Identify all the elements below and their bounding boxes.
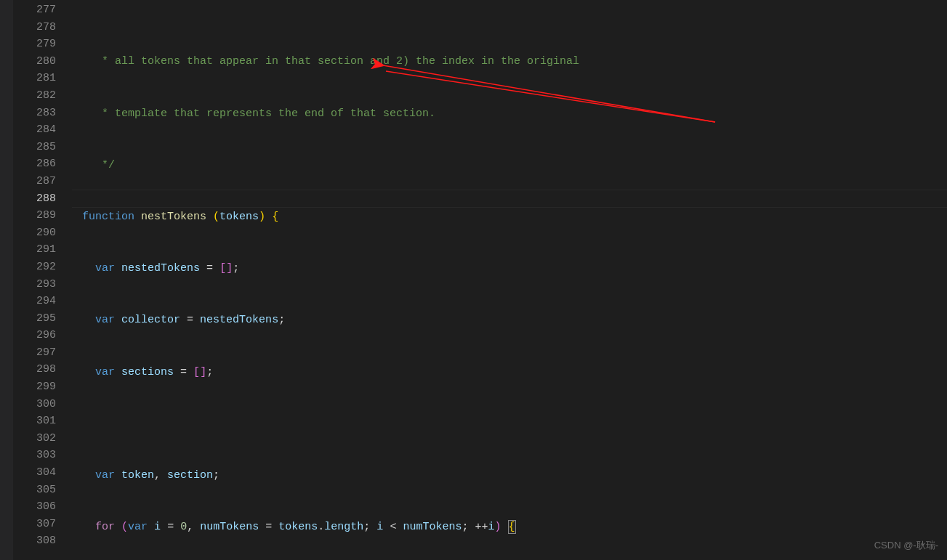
activity-bar bbox=[0, 0, 13, 560]
line-number: 295 bbox=[23, 310, 72, 328]
line-number: 277 bbox=[23, 1, 72, 19]
line-number: 286 bbox=[23, 155, 72, 173]
line-number: 297 bbox=[23, 344, 72, 362]
watermark-text: CSDN @-耿瑞- bbox=[874, 537, 938, 554]
code-editor[interactable]: 2772782792802812822832842852862872882892… bbox=[0, 0, 947, 560]
line-number: 280 bbox=[23, 53, 72, 70]
line-number: 298 bbox=[23, 361, 72, 378]
current-line-highlight bbox=[72, 190, 947, 208]
line-number: 292 bbox=[23, 259, 72, 276]
comment-line: * template that represents the end of th… bbox=[82, 107, 435, 120]
function-decl: function nestTokens (tokens) { bbox=[72, 208, 947, 226]
blank-line bbox=[72, 415, 947, 433]
var-decl: var sections = []; bbox=[72, 364, 947, 381]
line-number: 281 bbox=[23, 70, 72, 87]
line-number: 283 bbox=[23, 105, 72, 122]
line-number: 296 bbox=[23, 327, 72, 344]
line-numbers-gutter: 2772782792802812822832842852862872882892… bbox=[23, 0, 72, 560]
var-decl: var token, section; bbox=[72, 467, 947, 484]
line-number: 308 bbox=[23, 532, 72, 550]
comment-line: * all tokens that appear in that section… bbox=[82, 55, 579, 68]
line-number: 293 bbox=[23, 276, 72, 293]
line-number: 289 bbox=[23, 207, 72, 224]
line-number: 302 bbox=[23, 430, 72, 447]
line-number: 282 bbox=[23, 87, 72, 105]
line-number: 290 bbox=[23, 224, 72, 242]
for-stmt: for (var i = 0, numTokens = tokens.lengt… bbox=[72, 519, 947, 536]
comment-line: */ bbox=[82, 159, 115, 171]
line-number: 307 bbox=[23, 516, 72, 533]
line-number: 299 bbox=[23, 378, 72, 396]
line-number: 301 bbox=[23, 413, 72, 430]
var-decl: var nestedTokens = []; bbox=[72, 260, 947, 277]
line-number: 279 bbox=[23, 36, 72, 53]
line-number: 306 bbox=[23, 498, 72, 516]
line-number: 284 bbox=[23, 121, 72, 139]
code-area[interactable]: * all tokens that appear in that section… bbox=[72, 0, 947, 560]
line-number: 303 bbox=[23, 447, 72, 464]
line-number: 304 bbox=[23, 464, 72, 482]
line-number: 285 bbox=[23, 139, 72, 156]
line-number: 278 bbox=[23, 19, 72, 36]
line-number: 291 bbox=[23, 241, 72, 259]
line-number: 294 bbox=[23, 293, 72, 310]
line-number: 300 bbox=[23, 396, 72, 413]
var-decl: var collector = nestedTokens; bbox=[72, 312, 947, 329]
line-number: 305 bbox=[23, 482, 72, 499]
line-number: 287 bbox=[23, 173, 72, 190]
line-number: 288 bbox=[23, 190, 72, 208]
minimap-decoration bbox=[13, 0, 23, 560]
